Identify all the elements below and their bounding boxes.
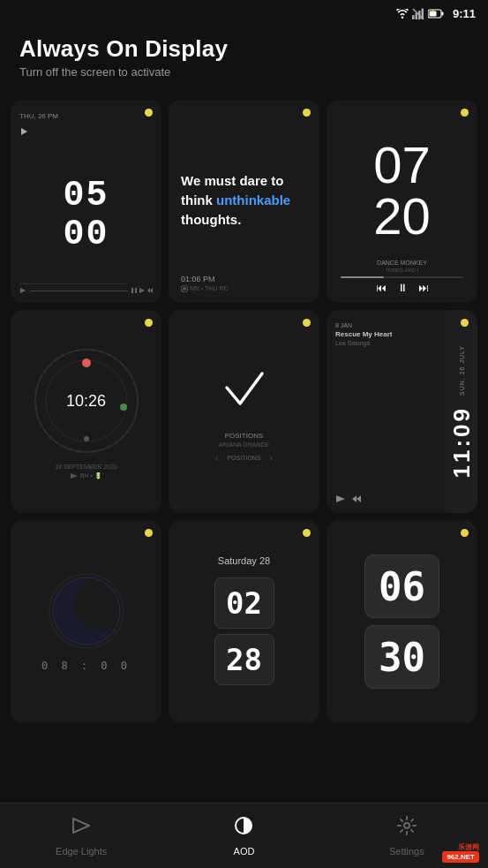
card-music-time[interactable]: 07 20 DANCE MONKEY TONES AND I ⏮⏸⏭ bbox=[327, 100, 477, 303]
card6-left: 8 JAN Rescue My Heart Lea Salonga bbox=[327, 310, 446, 513]
settings-icon bbox=[396, 815, 417, 842]
nav-edge-lights-label: Edge Lights bbox=[56, 846, 107, 857]
card5-artist: ARIANA GRANDE bbox=[219, 442, 270, 448]
bottom-nav: Edge Lights AOD Settings 962.NET 乐游网 bbox=[0, 803, 488, 868]
card4-time: 10:26 bbox=[66, 391, 106, 410]
card1-date: THU, 26 PM bbox=[19, 112, 153, 120]
svg-marker-14 bbox=[147, 288, 150, 293]
svg-point-22 bbox=[120, 404, 127, 411]
card7-moon bbox=[47, 571, 126, 651]
selected-dot-3 bbox=[461, 109, 469, 117]
svg-point-21 bbox=[82, 359, 91, 367]
card-flip-time[interactable]: 06 30 bbox=[327, 520, 477, 723]
card9-minute: 30 bbox=[364, 625, 439, 689]
svg-marker-24 bbox=[71, 473, 78, 479]
svg-marker-10 bbox=[20, 288, 26, 293]
card5-nav: ‹ POSITIONS › bbox=[215, 453, 273, 463]
svg-marker-25 bbox=[336, 495, 345, 502]
card1-clock: 05 00 bbox=[19, 147, 153, 283]
aod-icon bbox=[233, 815, 254, 842]
card-quote[interactable]: We must dare to think unthinkable though… bbox=[169, 100, 319, 303]
card-circular-clock[interactable]: 10:26 18 SEPTEMBER 2020 BH • 🔋 bbox=[11, 310, 161, 513]
card8-month: 02 bbox=[214, 577, 274, 629]
svg-marker-15 bbox=[150, 288, 153, 293]
card-vertical-time[interactable]: 8 JAN Rescue My Heart Lea Salonga SUN, 2… bbox=[327, 310, 477, 513]
selected-dot-8 bbox=[303, 529, 311, 537]
svg-marker-13 bbox=[139, 288, 145, 293]
svg-marker-26 bbox=[352, 495, 357, 502]
header: Always On Display Turn off the screen to… bbox=[0, 25, 488, 86]
svg-point-35 bbox=[404, 823, 409, 828]
card6-right: SUN, 26 JULY 11:09 bbox=[446, 310, 477, 513]
svg-marker-27 bbox=[357, 495, 361, 502]
edge-lights-icon bbox=[71, 815, 92, 842]
battery-icon bbox=[428, 9, 444, 19]
card2-quote: We must dare to think unthinkable though… bbox=[181, 116, 307, 275]
cards-grid: THU, 26 PM 05 00 We must d bbox=[0, 86, 488, 734]
card2-footer: 01:06 PM MN • THU RC bbox=[181, 275, 307, 292]
card4-circle: 10:26 bbox=[29, 343, 144, 458]
card-flip-date[interactable]: Saturday 28 02 28 bbox=[169, 520, 319, 723]
selected-dot-9 bbox=[461, 529, 469, 537]
nav-aod[interactable]: AOD bbox=[162, 808, 325, 864]
checkmark-icon bbox=[218, 361, 271, 414]
card-moon[interactable]: 0 8 : 0 0 bbox=[11, 520, 161, 723]
card1-play bbox=[19, 124, 153, 140]
nav-settings[interactable]: Settings bbox=[326, 808, 488, 864]
svg-rect-11 bbox=[131, 288, 133, 293]
card3-music: DANCE MONKEY TONES AND I ⏮⏸⏭ bbox=[334, 260, 470, 294]
status-icons bbox=[396, 8, 444, 19]
selected-dot-1 bbox=[145, 109, 153, 117]
card4-date: 18 SEPTEMBER 2020 bbox=[55, 464, 116, 470]
card-digital-clock[interactable]: THU, 26 PM 05 00 bbox=[11, 100, 161, 303]
nav-aod-label: AOD bbox=[234, 846, 255, 857]
card1-minute: 00 bbox=[63, 215, 109, 254]
card3-time: 07 20 bbox=[373, 121, 431, 260]
svg-marker-9 bbox=[21, 128, 27, 135]
signal-icon bbox=[412, 8, 424, 19]
svg-rect-0 bbox=[412, 15, 415, 19]
svg-rect-17 bbox=[183, 287, 186, 291]
page-title: Always On Display bbox=[19, 35, 469, 63]
status-time: 9:11 bbox=[453, 7, 476, 20]
nav-settings-label: Settings bbox=[389, 846, 424, 857]
page-subtitle: Turn off the screen to activate bbox=[19, 65, 469, 79]
selected-dot-7 bbox=[145, 529, 153, 537]
nav-edge-lights[interactable]: Edge Lights bbox=[0, 808, 162, 864]
svg-rect-6 bbox=[441, 11, 443, 15]
card1-hour: 05 bbox=[63, 177, 109, 215]
card9-hour: 06 bbox=[364, 555, 439, 618]
card8-daylabel: Saturday 28 bbox=[218, 555, 270, 566]
svg-rect-12 bbox=[135, 288, 137, 293]
card4-icons: BH • 🔋 bbox=[70, 472, 102, 480]
selected-dot-6 bbox=[461, 319, 469, 327]
status-bar: 9:11 bbox=[0, 0, 488, 25]
card1-footer bbox=[19, 283, 153, 294]
card8-day: 28 bbox=[214, 634, 274, 685]
selected-dot-4 bbox=[145, 319, 153, 327]
selected-dot-5 bbox=[303, 319, 311, 327]
wifi-icon bbox=[396, 9, 409, 19]
svg-marker-33 bbox=[73, 819, 89, 833]
svg-point-23 bbox=[84, 436, 89, 442]
card7-time: 0 8 : 0 0 bbox=[41, 660, 131, 672]
selected-dot-2 bbox=[303, 109, 311, 117]
svg-rect-7 bbox=[429, 11, 436, 16]
card5-song: POSITIONS bbox=[225, 432, 264, 440]
card-checkmark[interactable]: POSITIONS ARIANA GRANDE ‹ POSITIONS › bbox=[169, 310, 319, 513]
